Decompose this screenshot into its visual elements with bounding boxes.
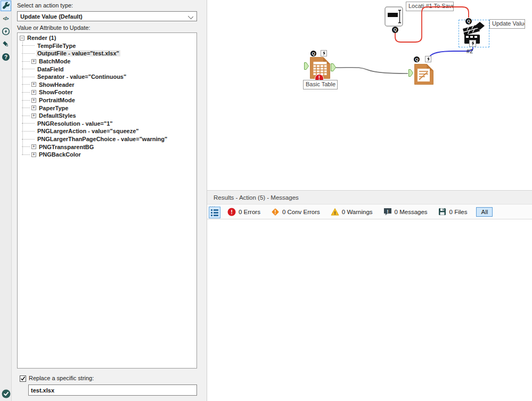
question-anchor[interactable]: Q [465, 18, 472, 24]
tree-row[interactable]: +DefaultStyles [18, 112, 197, 120]
input-anchor[interactable] [304, 62, 309, 72]
tree-collapse-toggle[interactable]: − [20, 36, 24, 40]
tree-row[interactable]: +PaperType [18, 104, 197, 112]
render-tool[interactable] [414, 64, 433, 87]
tree-branch-line [22, 84, 30, 85]
configuration-wrench-icon [2, 2, 10, 10]
annotation-tag-button[interactable] [1, 39, 11, 50]
filter-0-conv-errors-button[interactable]: !0 Conv Errors [269, 207, 322, 217]
tree-expand-toggle[interactable]: + [31, 105, 36, 110]
action-anchor[interactable] [425, 56, 431, 62]
tree-item-label[interactable]: OutputFile - value="test.xlsx" [36, 50, 120, 56]
results-messages-area[interactable] [207, 219, 532, 401]
tree-item-label[interactable]: ShowFooter [38, 89, 74, 95]
action-anchor[interactable] [321, 50, 327, 56]
tree-branch-line [22, 53, 35, 54]
filter-label: 0 Messages [395, 209, 428, 215]
action-type-select[interactable]: Update Value (Default) [17, 11, 197, 21]
xml-code-button[interactable]: </> [1, 13, 11, 24]
tree-item-label[interactable]: TempFileType [36, 43, 77, 49]
warning-icon: ! [331, 208, 339, 216]
toolbar-grip[interactable]: ··· [210, 204, 216, 209]
tree-item-label[interactable]: PNGLargerThanPageChoice - value="warning… [36, 136, 168, 142]
text-box-tool[interactable] [384, 6, 403, 29]
tree-row[interactable]: PNGLargerThanPageChoice - value="warning… [18, 135, 197, 143]
tree-branch-line [22, 123, 35, 124]
configuration-wrench-button[interactable] [1, 1, 11, 11]
tree-branch-line [22, 100, 30, 101]
filter-0-warnings-button[interactable]: !0 Warnings [329, 207, 374, 217]
tree-item-label[interactable]: PNGBackColor [38, 151, 82, 158]
tree-expand-toggle[interactable]: + [31, 144, 36, 149]
lightning-icon [426, 56, 431, 62]
app-window: </>? Select an action type: Update Value… [0, 0, 532, 401]
tree-item-label[interactable]: BatchMode [38, 58, 71, 64]
tree-item-label[interactable]: ShowHeader [38, 81, 76, 88]
connection-label[interactable]: Locati #1 To Save [406, 2, 454, 11]
filter-label: All [481, 209, 488, 215]
tree-item-label[interactable]: PNGTransparentBG [38, 144, 95, 150]
tree-item-label[interactable]: DefaultStyles [38, 112, 77, 119]
tree-item-label[interactable]: Separator - value="Continuous" [36, 73, 127, 80]
tree-row[interactable]: +PNGTransparentBG [18, 143, 197, 151]
tree-item-label[interactable]: PNGResolution - value="1" [36, 120, 114, 127]
help-icon: ? [2, 53, 10, 61]
tool-annotation[interactable]: Update Value [489, 19, 525, 29]
tree-row[interactable]: +ShowHeader [18, 81, 197, 89]
svg-text:?: ? [4, 54, 7, 60]
interface-button[interactable] [1, 26, 11, 37]
tree-branch-line [22, 61, 30, 62]
tree-row[interactable]: −Render (1) [18, 34, 197, 42]
action-anchor[interactable] [469, 40, 476, 47]
tree-expand-toggle[interactable]: + [31, 113, 36, 118]
checkmark-icon [20, 376, 26, 381]
tool-annotation[interactable]: Basic Table [303, 80, 338, 89]
tree-branch-line [22, 154, 30, 155]
tree-item-label[interactable]: PaperType [38, 105, 69, 111]
filter-all-button[interactable]: All [476, 207, 493, 217]
filter-0-messages-button[interactable]: !0 Messages [382, 207, 429, 217]
tree-row[interactable]: +ShowFooter [18, 88, 197, 96]
tree-item-label[interactable]: PNGLargerAction - value="squeeze" [36, 128, 140, 134]
tree-row[interactable]: +PNGBackColor [18, 151, 197, 159]
tree-label: Value or Attribute to Update: [17, 24, 90, 31]
tree-row[interactable]: TempFileType [18, 42, 197, 50]
tree-item-label[interactable]: PortraitMode [38, 97, 76, 103]
connection-label[interactable]: #2 [466, 48, 473, 54]
tree-branch-line [22, 92, 30, 93]
question-anchor[interactable]: Q [392, 27, 398, 33]
tree-item-label[interactable]: Render (1) [26, 35, 57, 41]
tree-row[interactable]: Separator - value="Continuous" [18, 73, 197, 81]
tree-row[interactable]: +PortraitMode [18, 96, 197, 104]
tree-row[interactable]: OutputFile - value="test.xlsx" [18, 50, 197, 58]
output-anchor[interactable] [331, 63, 336, 73]
lightning-icon [470, 40, 476, 46]
tree-expand-toggle[interactable]: + [31, 82, 36, 87]
svg-text:!: ! [334, 210, 335, 215]
tree-row[interactable]: PNGLargerAction - value="squeeze" [18, 127, 197, 135]
tree-expand-toggle[interactable]: + [31, 90, 36, 95]
help-button[interactable]: ? [1, 52, 11, 62]
question-anchor[interactable]: Q [414, 56, 420, 62]
lightning-icon [322, 51, 326, 56]
attribute-tree[interactable]: −Render (1)TempFileTypeOutputFile - valu… [17, 32, 197, 369]
filter-0-files-button[interactable]: 0 Files [437, 207, 469, 217]
action-type-label: Select an action type: [17, 2, 73, 9]
filter-label: 0 Conv Errors [282, 209, 320, 215]
tree-expand-toggle[interactable]: + [31, 152, 36, 157]
tree-row[interactable]: DataField [18, 65, 197, 73]
filter-label: 0 Errors [239, 209, 260, 215]
results-title: Results - Action (5) - Messages [214, 194, 299, 201]
tree-expand-toggle[interactable]: + [31, 98, 36, 103]
filter-0-errors-button[interactable]: !0 Errors [226, 207, 262, 217]
list-view-icon [210, 208, 219, 217]
tree-item-label[interactable]: DataField [36, 66, 65, 72]
apply-check-icon[interactable] [2, 389, 11, 400]
tree-row[interactable]: PNGResolution - value="1" [18, 120, 197, 128]
input-anchor[interactable] [408, 69, 413, 79]
tree-row[interactable]: +BatchMode [18, 58, 197, 66]
replace-checkbox[interactable] [20, 375, 26, 382]
replace-string-input[interactable] [28, 384, 197, 396]
question-anchor[interactable]: Q [310, 51, 316, 56]
tree-expand-toggle[interactable]: + [31, 59, 36, 64]
